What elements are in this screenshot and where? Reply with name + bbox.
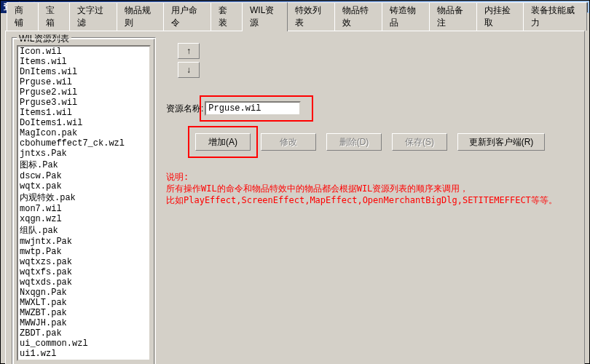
desc-line2: 比如PlayEffect,ScreenEffect,MapEffect,Open… [166,194,557,206]
list-item[interactable]: wqtxzs.pak [18,257,149,267]
list-item[interactable]: ui_common.wzl [18,339,149,349]
tab-4[interactable]: 用户命令 [163,2,211,31]
list-item[interactable]: Buff.Pak [18,359,149,361]
tab-3[interactable]: 物品规则 [117,2,165,31]
resource-name-label: 资源名称: [166,103,203,115]
list-item[interactable]: MWZBT.pak [18,308,149,318]
list-item[interactable]: Prguse3.wil [18,98,149,108]
save-button[interactable]: 保存(S) [392,133,447,151]
list-item[interactable]: wqtx.pak [18,181,149,191]
modify-button[interactable]: 修改 [261,133,316,151]
tab-6[interactable]: WIL资源 [242,2,288,31]
tab-7[interactable]: 特效列表 [287,2,335,31]
right-pane: ↑ ↓ 资源名称: 增加(A) 修改 删除(D) 保存(S) 更新到客户端(R)… [163,37,578,364]
tab-5[interactable]: 套装 [211,2,243,31]
description-text: 说明: 所有操作WIL的命令和物品特效中的物品都会根据WIL资源列表的顺序来调用… [166,171,557,206]
tab-8[interactable]: 物品特效 [334,2,382,31]
tab-9[interactable]: 铸造物品 [382,2,430,31]
list-item[interactable]: 图标.Pak [18,159,149,171]
list-item[interactable]: xqgn.wzl [18,214,149,224]
list-item[interactable]: Nxqgn.Pak [18,288,149,298]
tab-1[interactable]: 宝箱 [38,2,70,31]
reorder-buttons: ↑ ↓ [178,43,200,78]
tab-0[interactable]: 商铺 [7,2,39,31]
desc-line1: 所有操作WIL的命令和物品特效中的物品都会根据WIL资源列表的顺序来调用， [166,183,557,194]
list-item[interactable]: MagIcon.pak [18,128,149,138]
list-item[interactable]: mwjntx.Pak [18,237,149,247]
list-item[interactable]: 内观特效.pak [18,191,149,204]
list-item[interactable]: Prguse.wil [18,77,149,87]
desc-heading: 说明: [166,171,557,183]
list-item[interactable]: ZBDT.pak [18,328,149,339]
tabstrip: 商铺宝箱文字过滤物品规则用户命令套装WIL资源特效列表物品特效铸造物品物品备注内… [1,13,589,31]
list-item[interactable]: wqtxfs.pak [18,267,149,277]
list-item[interactable]: MWWJH.pak [18,318,149,328]
move-down-button[interactable]: ↓ [178,62,200,78]
wil-resource-group: WIL资源列表 Icon.wilItems.wilDnItems.wilPrgu… [12,37,156,364]
dialog-window: 查看列表信息 X 商铺宝箱文字过滤物品规则用户命令套装WIL资源特效列表物品特效… [0,0,590,364]
move-up-button[interactable]: ↑ [178,43,200,59]
list-item[interactable]: MWXLT.pak [18,298,149,308]
tab-2[interactable]: 文字过滤 [69,2,117,31]
tab-11[interactable]: 内挂捡取 [476,2,524,31]
list-item[interactable]: DoItems1.wil [18,118,149,128]
list-item[interactable]: Items.wil [18,57,149,67]
list-item[interactable]: jntxs.Pak [18,149,149,159]
list-item[interactable]: mwtp.Pak [18,247,149,257]
list-item[interactable]: ui1.wzl [18,349,149,359]
list-item[interactable]: 组队.pak [18,224,149,237]
update-client-button[interactable]: 更新到客户端(R) [457,133,545,151]
tab-10[interactable]: 物品备注 [429,2,477,31]
action-buttons: 增加(A) 修改 删除(D) 保存(S) 更新到客户端(R) [195,133,545,151]
list-item[interactable]: Prguse2.wil [18,87,149,98]
add-button[interactable]: 增加(A) [195,133,251,151]
list-item[interactable]: DnItems.wil [18,67,149,77]
list-item[interactable]: cbohumeffect7_ck.wzl [18,138,149,149]
list-item[interactable]: Icon.wil [18,47,149,57]
group-legend: WIL资源列表 [17,33,71,45]
list-item[interactable]: Items1.wil [18,108,149,118]
list-item[interactable]: wqtxds.pak [18,277,149,288]
resource-name-input[interactable] [205,101,301,116]
list-item[interactable]: dscw.Pak [18,171,149,181]
tab-panel-wil: WIL资源列表 Icon.wilItems.wilDnItems.wilPrgu… [5,31,585,364]
resource-name-row: 资源名称: [166,101,301,116]
resource-listbox[interactable]: Icon.wilItems.wilDnItems.wilPrguse.wilPr… [17,45,151,361]
list-item[interactable]: mon7.wil [18,204,149,214]
tab-12[interactable]: 装备技能威力 [523,2,587,31]
delete-button[interactable]: 删除(D) [326,133,382,151]
